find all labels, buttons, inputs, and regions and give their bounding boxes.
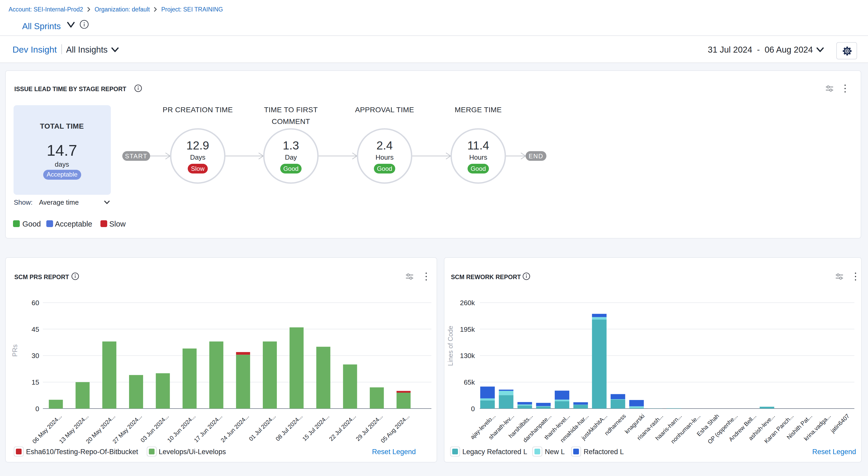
svg-text:Legacy Refactored L: Legacy Refactored L	[462, 448, 527, 456]
svg-text:2.4: 2.4	[376, 139, 393, 152]
svg-text:MERGE TIME: MERGE TIME	[455, 106, 502, 114]
svg-text:60: 60	[31, 299, 39, 307]
svg-text:1.3: 1.3	[283, 139, 299, 152]
svg-text:30: 30	[31, 352, 39, 360]
svg-text:Hours: Hours	[469, 153, 487, 161]
svg-text:05 Aug 2024...: 05 Aug 2024...	[380, 413, 411, 444]
svg-text:17 Jun 2024...: 17 Jun 2024...	[193, 413, 223, 444]
svg-text:New L: New L	[545, 448, 565, 456]
svg-text:Good: Good	[377, 165, 392, 172]
svg-text:Slow: Slow	[191, 165, 205, 172]
svg-text:Reset Legend: Reset Legend	[812, 448, 856, 456]
svg-text:130k: 130k	[460, 352, 475, 360]
svg-text:15 Jul 2024...: 15 Jul 2024...	[301, 413, 331, 442]
svg-text:Hours: Hours	[375, 153, 394, 161]
svg-text:Good: Good	[283, 165, 299, 172]
svg-text:Levelops/Ui-Levelops: Levelops/Ui-Levelops	[159, 448, 226, 456]
svg-text:45: 45	[31, 326, 39, 333]
svg-text:jatin6407: jatin6407	[829, 413, 850, 434]
svg-text:0: 0	[471, 405, 474, 413]
svg-text:Day: Day	[285, 153, 297, 161]
svg-text:Esha610/Testing-Repo-Of-Bitbuc: Esha610/Testing-Repo-Of-Bitbucket	[26, 448, 138, 456]
svg-text:Good: Good	[471, 165, 486, 172]
svg-text:PRs: PRs	[11, 344, 19, 356]
svg-text:0: 0	[35, 405, 39, 413]
svg-text:Refactored L: Refactored L	[583, 448, 624, 456]
svg-text:APPROVAL TIME: APPROVAL TIME	[355, 106, 414, 114]
svg-text:03 Jun 2024...: 03 Jun 2024...	[139, 413, 170, 444]
svg-text:08 Jul 2024...: 08 Jul 2024...	[275, 413, 304, 442]
svg-text:END: END	[529, 153, 544, 159]
svg-text:Days: Days	[190, 153, 205, 161]
svg-text:29 Jul 2024...: 29 Jul 2024...	[354, 413, 384, 442]
svg-text:COMMENT: COMMENT	[272, 117, 310, 125]
svg-text:12.9: 12.9	[186, 139, 209, 152]
svg-text:195k: 195k	[460, 326, 475, 333]
svg-text:260k: 260k	[460, 299, 475, 307]
svg-text:24 Jun 2024...: 24 Jun 2024...	[220, 413, 250, 444]
svg-text:PR CREATION TIME: PR CREATION TIME	[163, 106, 233, 114]
svg-text:22 Jul 2024...: 22 Jul 2024...	[328, 413, 357, 442]
svg-text:Lines of Code: Lines of Code	[446, 326, 454, 366]
svg-text:10 Jun 2024...: 10 Jun 2024...	[166, 413, 197, 444]
svg-text:Reset Legend: Reset Legend	[372, 448, 416, 456]
svg-text:65k: 65k	[463, 378, 474, 386]
svg-text:11.4: 11.4	[467, 139, 489, 152]
svg-text:15: 15	[31, 378, 39, 386]
svg-text:TIME TO FIRST: TIME TO FIRST	[264, 106, 318, 114]
svg-text:01 Jul 2024...: 01 Jul 2024...	[248, 413, 277, 442]
svg-text:START: START	[125, 153, 147, 159]
